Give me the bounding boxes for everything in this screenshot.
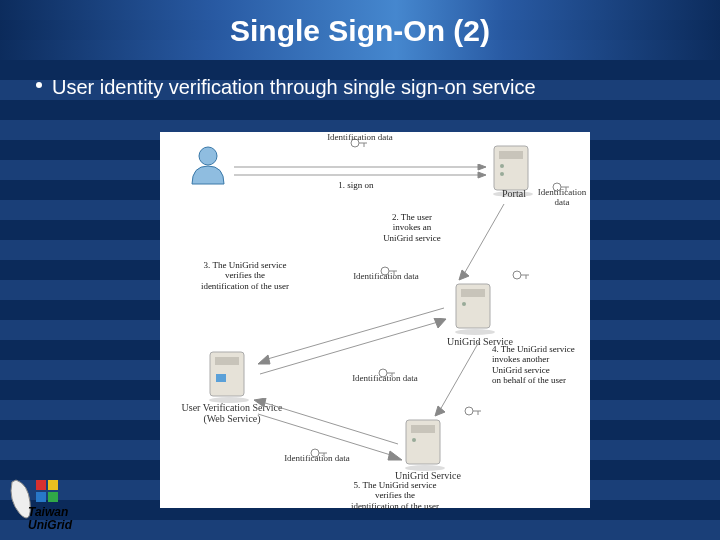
svg-point-0 xyxy=(199,147,217,165)
key-icon xyxy=(464,402,482,412)
bullet-text: User identity verification through singl… xyxy=(52,76,536,98)
key-label-1: Identification data xyxy=(300,132,420,142)
svg-line-28 xyxy=(440,340,480,410)
unigrid-service-1-icon xyxy=(452,280,498,336)
user-icon xyxy=(186,142,230,186)
svg-point-3 xyxy=(500,164,504,168)
key-label-3: Identification data xyxy=(346,272,426,282)
step-1-text: 1. sign on xyxy=(316,180,396,190)
svg-rect-56 xyxy=(48,480,58,490)
svg-marker-33 xyxy=(388,451,402,460)
step-3-text: 3. The UniGrid service verifies the iden… xyxy=(170,260,320,291)
svg-rect-12 xyxy=(216,374,226,382)
unigrid-service-2-icon xyxy=(402,416,448,472)
sso-diagram: Portal UniGrid Service User Verification… xyxy=(160,132,590,508)
arrow-signon xyxy=(234,164,486,180)
svg-rect-55 xyxy=(36,480,46,490)
svg-line-22 xyxy=(464,204,504,274)
svg-point-43 xyxy=(513,271,521,279)
svg-rect-11 xyxy=(215,357,239,365)
svg-marker-21 xyxy=(478,172,486,178)
step-5-text: 5. The UniGrid service verifies the iden… xyxy=(320,480,470,511)
svg-point-8 xyxy=(462,302,466,306)
slide-title: Single Sign-On (2) xyxy=(0,14,720,48)
svg-point-9 xyxy=(455,329,495,335)
svg-rect-58 xyxy=(48,492,58,502)
step-2-text: 2. The user invokes an UniGrid service xyxy=(370,212,454,243)
key-label-4: Identification data xyxy=(350,374,420,384)
taiwan-unigrid-logo: Taiwan UniGrid xyxy=(6,474,84,534)
svg-marker-19 xyxy=(478,164,486,170)
svg-marker-23 xyxy=(459,270,469,280)
arrow-invoke-1 xyxy=(456,204,512,282)
logo-text-top: Taiwan xyxy=(28,505,68,519)
svg-rect-15 xyxy=(411,425,435,433)
svg-point-4 xyxy=(500,172,504,176)
key-label-2: Identification data xyxy=(534,188,590,208)
uvs-server-icon xyxy=(206,348,252,404)
svg-point-49 xyxy=(465,407,473,415)
step-4-text: 4. The UniGrid service invokes another U… xyxy=(492,344,588,385)
key-icon xyxy=(512,266,530,276)
key-label-5: Identification data xyxy=(282,454,352,464)
arrow-invoke-2 xyxy=(432,340,492,418)
svg-marker-29 xyxy=(435,406,445,416)
logo-text-bot: UniGrid xyxy=(28,518,73,532)
bullet-line: User identity verification through singl… xyxy=(36,76,684,99)
svg-rect-7 xyxy=(461,289,485,297)
svg-marker-27 xyxy=(434,318,446,328)
svg-line-26 xyxy=(260,322,438,374)
svg-rect-2 xyxy=(499,151,523,159)
svg-marker-31 xyxy=(254,398,266,407)
bullet-dot-icon xyxy=(36,82,42,88)
svg-point-16 xyxy=(412,438,416,442)
svg-rect-57 xyxy=(36,492,46,502)
